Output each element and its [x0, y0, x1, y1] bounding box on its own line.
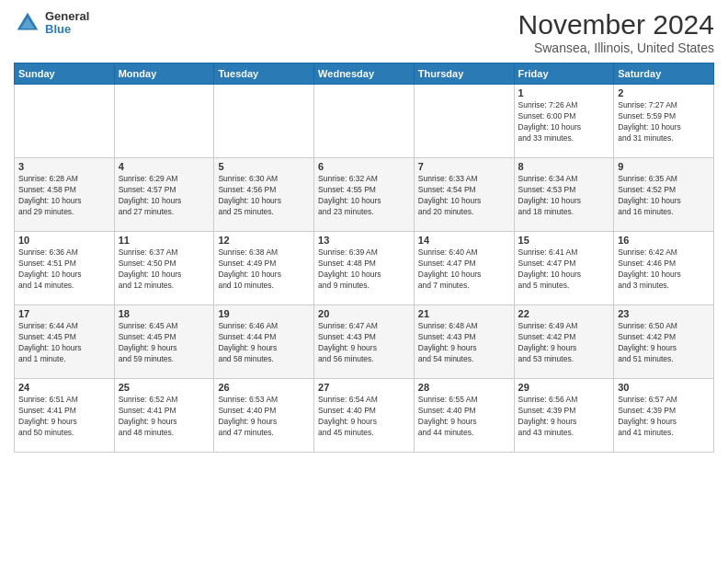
day-cell: 6Sunrise: 6:32 AM Sunset: 4:55 PM Daylig…: [314, 158, 415, 232]
day-cell: 25Sunrise: 6:52 AM Sunset: 4:41 PM Dayli…: [114, 379, 214, 453]
day-cell: 7Sunrise: 6:33 AM Sunset: 4:54 PM Daylig…: [414, 158, 514, 232]
day-number: 13: [318, 235, 410, 246]
day-info: Sunrise: 6:36 AM Sunset: 4:51 PM Dayligh…: [18, 247, 110, 292]
day-number: 18: [119, 308, 210, 319]
day-info: Sunrise: 6:41 AM Sunset: 4:47 PM Dayligh…: [518, 247, 610, 292]
day-number: 26: [218, 382, 310, 393]
header: General Blue November 2024 Swansea, Illi…: [14, 9, 714, 55]
day-cell: [314, 85, 415, 158]
day-cell: 30Sunrise: 6:57 AM Sunset: 4:39 PM Dayli…: [614, 379, 714, 453]
day-cell: 9Sunrise: 6:35 AM Sunset: 4:52 PM Daylig…: [614, 158, 714, 232]
day-cell: 21Sunrise: 6:48 AM Sunset: 4:43 PM Dayli…: [414, 305, 514, 379]
day-info: Sunrise: 6:47 AM Sunset: 4:43 PM Dayligh…: [318, 321, 410, 365]
day-info: Sunrise: 6:33 AM Sunset: 4:54 PM Dayligh…: [418, 174, 510, 218]
location: Swansea, Illinois, United States: [518, 40, 714, 55]
day-cell: [15, 85, 115, 158]
day-number: 4: [119, 161, 210, 172]
day-info: Sunrise: 6:45 AM Sunset: 4:45 PM Dayligh…: [119, 321, 210, 365]
day-info: Sunrise: 6:52 AM Sunset: 4:41 PM Dayligh…: [119, 395, 210, 439]
day-number: 5: [218, 161, 310, 172]
day-cell: 3Sunrise: 6:28 AM Sunset: 4:58 PM Daylig…: [15, 158, 115, 232]
day-info: Sunrise: 6:53 AM Sunset: 4:40 PM Dayligh…: [218, 395, 310, 439]
day-cell: 22Sunrise: 6:49 AM Sunset: 4:42 PM Dayli…: [514, 305, 614, 379]
day-info: Sunrise: 6:34 AM Sunset: 4:53 PM Dayligh…: [518, 174, 610, 218]
weekday-header: SundayMondayTuesdayWednesdayThursdayFrid…: [15, 63, 714, 85]
day-number: 7: [418, 161, 510, 172]
day-cell: 23Sunrise: 6:50 AM Sunset: 4:42 PM Dayli…: [614, 305, 714, 379]
day-cell: 11Sunrise: 6:37 AM Sunset: 4:50 PM Dayli…: [114, 232, 214, 305]
day-number: 6: [318, 161, 410, 172]
weekday-friday: Friday: [514, 63, 614, 85]
day-number: 11: [119, 235, 210, 246]
day-info: Sunrise: 6:29 AM Sunset: 4:57 PM Dayligh…: [119, 174, 210, 218]
day-info: Sunrise: 6:51 AM Sunset: 4:41 PM Dayligh…: [18, 395, 110, 439]
day-cell: 4Sunrise: 6:29 AM Sunset: 4:57 PM Daylig…: [114, 158, 214, 232]
week-row-0: 1Sunrise: 7:26 AM Sunset: 6:00 PM Daylig…: [15, 85, 714, 158]
day-number: 9: [618, 161, 710, 172]
day-info: Sunrise: 6:32 AM Sunset: 4:55 PM Dayligh…: [318, 174, 410, 218]
day-cell: 5Sunrise: 6:30 AM Sunset: 4:56 PM Daylig…: [214, 158, 314, 232]
page: General Blue November 2024 Swansea, Illi…: [0, 0, 728, 563]
day-number: 20: [318, 308, 410, 319]
day-cell: 16Sunrise: 6:42 AM Sunset: 4:46 PM Dayli…: [614, 232, 714, 305]
day-info: Sunrise: 6:55 AM Sunset: 4:40 PM Dayligh…: [418, 395, 510, 439]
weekday-wednesday: Wednesday: [314, 63, 415, 85]
day-number: 19: [218, 308, 310, 319]
day-cell: 28Sunrise: 6:55 AM Sunset: 4:40 PM Dayli…: [414, 379, 514, 453]
day-cell: 8Sunrise: 6:34 AM Sunset: 4:53 PM Daylig…: [514, 158, 614, 232]
day-number: 2: [618, 87, 710, 98]
week-row-4: 24Sunrise: 6:51 AM Sunset: 4:41 PM Dayli…: [15, 379, 714, 453]
weekday-sunday: Sunday: [15, 63, 115, 85]
day-info: Sunrise: 6:35 AM Sunset: 4:52 PM Dayligh…: [618, 174, 710, 218]
day-number: 12: [218, 235, 310, 246]
title-block: November 2024 Swansea, Illinois, United …: [518, 9, 714, 55]
day-cell: 18Sunrise: 6:45 AM Sunset: 4:45 PM Dayli…: [114, 305, 214, 379]
day-number: 3: [18, 161, 110, 172]
day-cell: 2Sunrise: 7:27 AM Sunset: 5:59 PM Daylig…: [614, 85, 714, 158]
day-number: 8: [518, 161, 610, 172]
day-number: 22: [518, 308, 610, 319]
day-info: Sunrise: 6:56 AM Sunset: 4:39 PM Dayligh…: [518, 395, 610, 439]
day-cell: 15Sunrise: 6:41 AM Sunset: 4:47 PM Dayli…: [514, 232, 614, 305]
day-number: 25: [119, 382, 210, 393]
day-cell: [114, 85, 214, 158]
day-cell: [214, 85, 314, 158]
weekday-monday: Monday: [114, 63, 214, 85]
day-number: 28: [418, 382, 510, 393]
day-cell: 1Sunrise: 7:26 AM Sunset: 6:00 PM Daylig…: [514, 85, 614, 158]
day-cell: 10Sunrise: 6:36 AM Sunset: 4:51 PM Dayli…: [15, 232, 115, 305]
day-info: Sunrise: 6:39 AM Sunset: 4:48 PM Dayligh…: [318, 247, 410, 292]
day-number: 29: [518, 382, 610, 393]
day-cell: 27Sunrise: 6:54 AM Sunset: 4:40 PM Dayli…: [314, 379, 415, 453]
day-cell: 14Sunrise: 6:40 AM Sunset: 4:47 PM Dayli…: [414, 232, 514, 305]
day-number: 21: [418, 308, 510, 319]
day-info: Sunrise: 6:44 AM Sunset: 4:45 PM Dayligh…: [18, 321, 110, 365]
day-number: 17: [18, 308, 110, 319]
day-number: 16: [618, 235, 710, 246]
logo-text: General Blue: [45, 10, 89, 37]
day-cell: [414, 85, 514, 158]
day-number: 27: [318, 382, 410, 393]
day-cell: 12Sunrise: 6:38 AM Sunset: 4:49 PM Dayli…: [214, 232, 314, 305]
day-info: Sunrise: 7:27 AM Sunset: 5:59 PM Dayligh…: [618, 100, 710, 144]
week-row-1: 3Sunrise: 6:28 AM Sunset: 4:58 PM Daylig…: [15, 158, 714, 232]
calendar-body: 1Sunrise: 7:26 AM Sunset: 6:00 PM Daylig…: [15, 85, 714, 453]
logo-line1: General: [45, 10, 89, 23]
week-row-2: 10Sunrise: 6:36 AM Sunset: 4:51 PM Dayli…: [15, 232, 714, 305]
day-info: Sunrise: 6:37 AM Sunset: 4:50 PM Dayligh…: [119, 247, 210, 292]
logo-line2: Blue: [45, 23, 89, 36]
day-cell: 19Sunrise: 6:46 AM Sunset: 4:44 PM Dayli…: [214, 305, 314, 379]
day-number: 10: [18, 235, 110, 246]
day-info: Sunrise: 6:42 AM Sunset: 4:46 PM Dayligh…: [618, 247, 710, 292]
weekday-tuesday: Tuesday: [214, 63, 314, 85]
day-cell: 26Sunrise: 6:53 AM Sunset: 4:40 PM Dayli…: [214, 379, 314, 453]
day-cell: 20Sunrise: 6:47 AM Sunset: 4:43 PM Dayli…: [314, 305, 415, 379]
weekday-saturday: Saturday: [614, 63, 714, 85]
calendar: SundayMondayTuesdayWednesdayThursdayFrid…: [14, 63, 714, 453]
day-number: 15: [518, 235, 610, 246]
day-info: Sunrise: 6:28 AM Sunset: 4:58 PM Dayligh…: [18, 174, 110, 218]
month-title: November 2024: [518, 9, 714, 40]
weekday-thursday: Thursday: [414, 63, 514, 85]
day-number: 23: [618, 308, 710, 319]
day-info: Sunrise: 6:46 AM Sunset: 4:44 PM Dayligh…: [218, 321, 310, 365]
